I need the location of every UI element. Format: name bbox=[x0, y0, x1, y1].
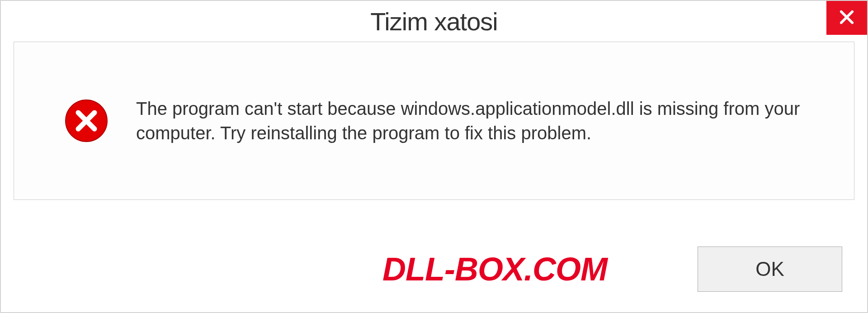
error-dialog: Tizim xatosi The program can't start bec… bbox=[0, 0, 868, 313]
dialog-body: The program can't start because windows.… bbox=[14, 42, 854, 200]
watermark-text: DLL-BOX.COM bbox=[14, 251, 607, 288]
close-button[interactable] bbox=[826, 1, 867, 35]
ok-button[interactable]: OK bbox=[698, 247, 842, 292]
titlebar: Tizim xatosi bbox=[1, 1, 867, 42]
error-circle-x-icon bbox=[64, 98, 109, 143]
error-message: The program can't start because windows.… bbox=[136, 96, 818, 145]
dialog-title: Tizim xatosi bbox=[370, 7, 498, 36]
close-icon bbox=[837, 8, 856, 28]
dialog-footer: DLL-BOX.COM OK bbox=[1, 226, 867, 312]
